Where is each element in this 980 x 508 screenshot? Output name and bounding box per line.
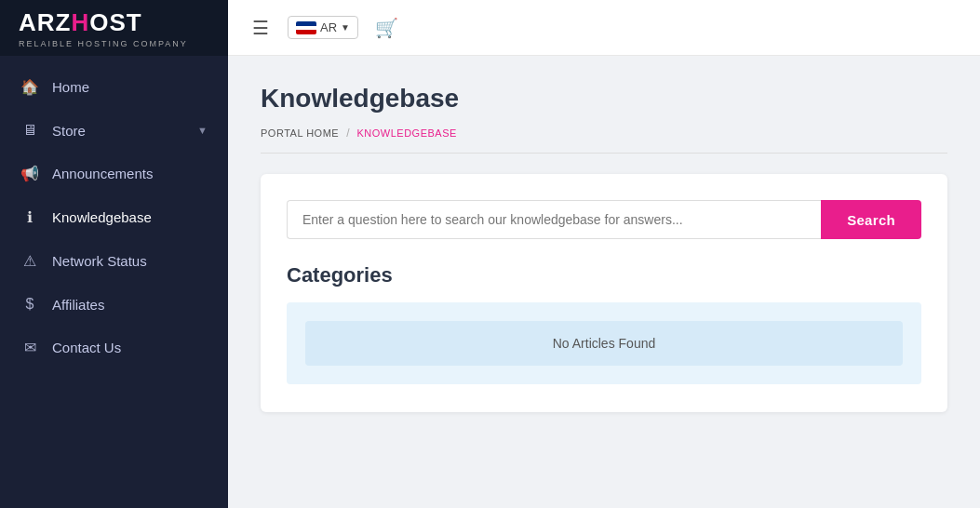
search-button[interactable]: Search bbox=[821, 200, 921, 239]
search-input[interactable] bbox=[287, 200, 821, 239]
envelope-icon: ✉ bbox=[20, 339, 39, 356]
sidebar-item-label: Store bbox=[52, 123, 184, 139]
store-icon: 🖥 bbox=[20, 122, 39, 139]
breadcrumb-separator: / bbox=[346, 127, 349, 140]
logo-text: ARZHOST bbox=[19, 8, 188, 37]
categories-box: No Articles Found bbox=[287, 302, 921, 384]
home-icon: 🏠 bbox=[20, 78, 39, 96]
page-title: Knowledgebase bbox=[261, 84, 947, 114]
sidebar-item-label: Knowledgebase bbox=[52, 209, 208, 225]
page-content: Knowledgebase PORTAL HOME / KNOWLEDGEBAS… bbox=[228, 56, 980, 508]
info-icon: ℹ bbox=[20, 208, 39, 226]
sidebar-item-label: Network Status bbox=[52, 253, 208, 269]
sidebar-item-label: Affiliates bbox=[52, 297, 208, 313]
sidebar-item-label: Announcements bbox=[52, 166, 208, 181]
lang-chevron-icon: ▼ bbox=[341, 22, 350, 33]
chevron-down-icon: ▼ bbox=[197, 125, 208, 136]
dollar-icon: $ bbox=[20, 296, 39, 313]
sidebar-item-label: Contact Us bbox=[52, 340, 208, 355]
warning-icon: ⚠ bbox=[20, 252, 39, 270]
sidebar-item-network-status[interactable]: ⚠ Network Status bbox=[0, 239, 228, 283]
breadcrumb: PORTAL HOME / KNOWLEDGEBASE bbox=[261, 127, 947, 154]
sidebar-item-affiliates[interactable]: $ Affiliates bbox=[0, 283, 228, 326]
categories-title: Categories bbox=[287, 263, 921, 287]
main-area: ☰ AR ▼ 🛒 Knowledgebase PORTAL HOME / KNO… bbox=[228, 0, 980, 508]
knowledgebase-card: Search Categories No Articles Found bbox=[261, 174, 947, 412]
sidebar-item-knowledgebase[interactable]: ℹ Knowledgebase bbox=[0, 195, 228, 239]
search-row: Search bbox=[287, 200, 921, 239]
flag-icon bbox=[296, 21, 316, 34]
sidebar: ARZHOST RELAIBLE HOSTING COMPANY 🏠 Home … bbox=[0, 0, 228, 508]
sidebar-item-announcements[interactable]: 📢 Announcements bbox=[0, 152, 228, 195]
topbar: ☰ AR ▼ 🛒 bbox=[228, 0, 980, 56]
sidebar-item-contact-us[interactable]: ✉ Contact Us bbox=[0, 326, 228, 369]
logo-area: ARZHOST RELAIBLE HOSTING COMPANY bbox=[0, 0, 228, 56]
hamburger-icon[interactable]: ☰ bbox=[248, 13, 273, 43]
logo-subtitle: RELAIBLE HOSTING COMPANY bbox=[19, 39, 188, 48]
announcements-icon: 📢 bbox=[20, 165, 39, 182]
no-articles-message: No Articles Found bbox=[305, 321, 903, 366]
breadcrumb-home[interactable]: PORTAL HOME bbox=[261, 127, 339, 139]
sidebar-item-store[interactable]: 🖥 Store ▼ bbox=[0, 109, 228, 152]
sidebar-item-home[interactable]: 🏠 Home bbox=[0, 65, 228, 109]
lang-label: AR bbox=[320, 20, 337, 34]
cart-icon[interactable]: 🛒 bbox=[375, 17, 398, 39]
language-selector[interactable]: AR ▼ bbox=[288, 16, 358, 39]
breadcrumb-current: KNOWLEDGEBASE bbox=[357, 127, 457, 139]
nav-menu: 🏠 Home 🖥 Store ▼ 📢 Announcements ℹ Knowl… bbox=[0, 65, 228, 508]
sidebar-item-label: Home bbox=[52, 79, 208, 95]
